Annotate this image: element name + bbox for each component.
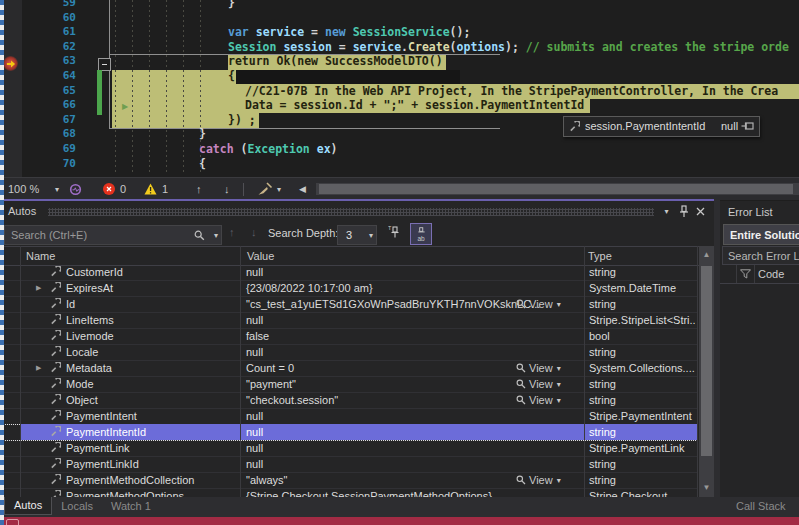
next-issue-button[interactable]: ↓	[224, 178, 230, 200]
horizontal-scrollbar-thumb[interactable]	[319, 184, 793, 194]
current-line-breakpoint-arrow-icon[interactable]	[3, 56, 18, 71]
debugger-datatip[interactable]: session.PaymentIntentId null	[563, 116, 760, 137]
table-row-Mode[interactable]: Mode"payment"View▾string	[0, 376, 698, 393]
table-row-Livemode[interactable]: Livemodefalsebool	[0, 328, 698, 345]
line-number[interactable]: 62	[40, 40, 76, 55]
line-number[interactable]: 64	[40, 69, 76, 84]
zoom-level-select[interactable]: 100 %	[8, 178, 39, 200]
scroll-up-icon[interactable]: ▲	[699, 248, 714, 262]
code-line-69[interactable]: 69catch (Exception ex)	[0, 142, 799, 157]
code-cleanup-broom-icon[interactable]	[257, 178, 273, 200]
code-line-59[interactable]: 59}	[0, 0, 799, 11]
row-value[interactable]: "cs_test_a1yuETSd1GXoWnPsadBruYKTH7nnVOK…	[246, 298, 540, 310]
background-tasks-icon[interactable]	[6, 519, 19, 525]
table-row-PaymentIntent[interactable]: PaymentIntentnullStripe.PaymentIntent	[0, 408, 698, 425]
row-value[interactable]: false	[246, 330, 269, 342]
row-value[interactable]: null	[246, 266, 263, 278]
code-line-63[interactable]: 63return Ok(new SuccessModelDTO()	[0, 54, 799, 69]
table-row-PaymentIntentId[interactable]: PaymentIntentIdnullstring	[0, 424, 698, 441]
table-row-ExpiresAt[interactable]: ▶ExpiresAt{23/08/2022 10:17:00 am}System…	[0, 280, 698, 297]
pin-datatip-icon[interactable]	[741, 121, 755, 133]
row-value[interactable]: "checkout.session"	[246, 394, 338, 406]
code-line-66[interactable]: 66Data = session.Id + ";" + session.Paym…	[0, 98, 799, 113]
code-cleanup-caret-icon[interactable]: ▾	[277, 178, 281, 200]
view-value-button[interactable]: View▾	[516, 297, 582, 311]
column-divider[interactable]	[240, 246, 241, 497]
code-line-64[interactable]: 64{	[0, 69, 799, 84]
tab-watch-1[interactable]: Watch 1	[102, 497, 160, 515]
column-divider[interactable]	[584, 246, 585, 497]
warning-count-button[interactable]: 1	[144, 178, 168, 200]
table-row-Locale[interactable]: Localenullstring	[0, 344, 698, 361]
tab-bre[interactable]: Bre	[795, 497, 799, 515]
row-value[interactable]: {23/08/2022 10:17:00 am}	[246, 282, 373, 294]
pin-window-icon[interactable]	[676, 204, 691, 219]
row-value[interactable]: null	[246, 426, 263, 438]
line-number[interactable]: 66	[40, 98, 76, 113]
table-row-PaymentMethodOptions[interactable]: PaymentMethodOptions{Stripe.Checkout.Ses…	[0, 488, 698, 497]
row-value[interactable]: null	[246, 410, 263, 422]
row-value[interactable]: "payment"	[246, 378, 296, 390]
row-value[interactable]: null	[246, 346, 263, 358]
table-row-PaymentLink[interactable]: PaymentLinknullStripe.PaymentLink	[0, 440, 698, 457]
table-row-PaymentMethodCollection[interactable]: PaymentMethodCollection"always"View▾stri…	[0, 472, 698, 489]
search-previous-icon[interactable]: ↑	[229, 226, 235, 238]
line-number[interactable]: 61	[40, 25, 76, 40]
table-row-Id[interactable]: Id"cs_test_a1yuETSd1GXoWnPsadBruYKTH7nnV…	[0, 296, 698, 313]
line-number[interactable]: 67	[40, 113, 76, 128]
row-value[interactable]: "always"	[246, 474, 287, 486]
autos-table-header[interactable]: Name Value Type	[0, 246, 714, 266]
search-next-icon[interactable]: ↓	[251, 226, 257, 238]
line-number[interactable]: 63	[40, 54, 76, 69]
close-window-icon[interactable]	[693, 204, 708, 219]
tab-call-stack[interactable]: Call Stack	[727, 497, 795, 515]
expand-arrow-icon[interactable]: ▶	[36, 364, 41, 372]
code-line-62[interactable]: 62Session session = service.Create(optio…	[0, 40, 799, 55]
scroll-down-icon[interactable]: ▼	[699, 481, 714, 495]
zoom-caret-icon[interactable]: ▾	[55, 178, 59, 200]
code-editor[interactable]: 59}6061var service = new SessionService(…	[0, 0, 799, 177]
search-options-caret-icon[interactable]: ▾	[214, 231, 218, 240]
line-number[interactable]: 65	[40, 84, 76, 99]
error-count-button[interactable]: 0	[103, 178, 126, 200]
window-position-caret-icon[interactable]: ▾	[659, 204, 674, 219]
table-row-Metadata[interactable]: ▶MetadataCount = 0View▾System.Collection…	[0, 360, 698, 377]
code-line-70[interactable]: 70{	[0, 157, 799, 172]
view-value-button[interactable]: View▾	[516, 361, 582, 375]
code-line-60[interactable]: 60	[0, 11, 799, 26]
scroll-left-icon[interactable]: ◀	[299, 178, 306, 200]
filter-icon[interactable]	[740, 269, 751, 281]
error-list-header[interactable]: Code	[720, 265, 799, 284]
horizontal-scrollbar[interactable]	[316, 183, 799, 195]
code-line-65[interactable]: 65//C21-07B In the Web API Project, In t…	[0, 84, 799, 99]
line-number[interactable]: 59	[40, 0, 76, 11]
tab-autos[interactable]: Autos	[4, 497, 52, 515]
row-value[interactable]: {Stripe.Checkout.SessionPaymentMethodOpt…	[246, 490, 492, 498]
row-value[interactable]: null	[246, 458, 263, 470]
row-value[interactable]: Count = 0	[246, 362, 294, 374]
pin-format-icon[interactable]: T	[388, 225, 400, 242]
search-input[interactable]: Search (Ctrl+E) ▾	[4, 225, 222, 245]
row-value[interactable]: null	[246, 442, 263, 454]
line-number[interactable]: 68	[40, 127, 76, 142]
error-scope-select[interactable]: Entire Solution	[723, 224, 799, 245]
table-row-Object[interactable]: Object"checkout.session"View▾string	[0, 392, 698, 409]
line-number[interactable]: 60	[40, 11, 76, 26]
pin-expand-values-toggle-icon[interactable]: ab	[410, 223, 432, 245]
expand-arrow-icon[interactable]: ▶	[36, 284, 41, 292]
table-row-PaymentLinkId[interactable]: PaymentLinkIdnullstring	[0, 456, 698, 473]
document-health-icon[interactable]	[69, 178, 82, 200]
table-row-LineItems[interactable]: LineItemsnullStripe.StripeList<Stri...	[0, 312, 698, 329]
line-number[interactable]: 69	[40, 142, 76, 157]
vertical-scrollbar-thumb[interactable]	[701, 266, 712, 456]
error-search-input[interactable]: Search Error List	[722, 246, 799, 265]
code-line-61[interactable]: 61var service = new SessionService();	[0, 25, 799, 40]
column-divider[interactable]	[20, 246, 21, 497]
vertical-scrollbar[interactable]: ▲ ▼	[699, 246, 714, 497]
search-icon[interactable]	[194, 230, 205, 243]
line-number[interactable]: 70	[40, 157, 76, 172]
previous-issue-button[interactable]: ↑	[196, 178, 202, 200]
view-value-button[interactable]: View▾	[516, 377, 582, 391]
tab-locals[interactable]: Locals	[52, 497, 102, 515]
autos-title-bar[interactable]: Autos ▾	[0, 201, 714, 222]
